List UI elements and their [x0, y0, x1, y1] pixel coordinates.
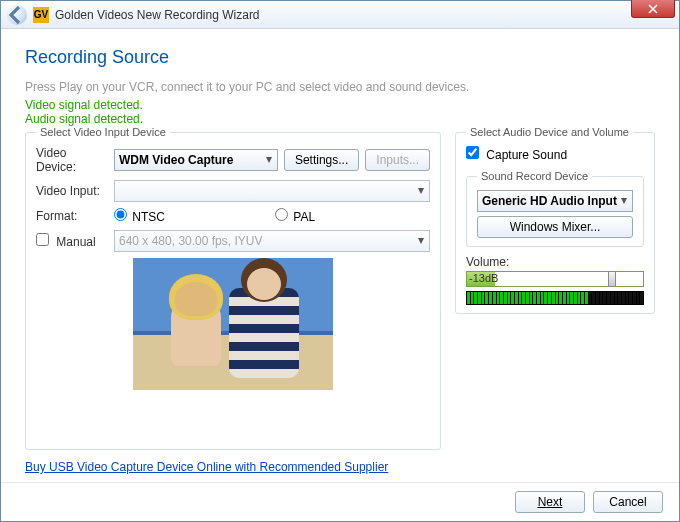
instruction-text: Press Play on your VCR, connect it to yo…: [25, 80, 655, 94]
footer: Next Cancel: [1, 482, 679, 521]
close-button[interactable]: [631, 0, 675, 18]
windows-mixer-button[interactable]: Windows Mixer...: [477, 216, 633, 238]
sound-record-select[interactable]: Generic HD Audio Input: [477, 190, 633, 212]
buy-device-link[interactable]: Buy USB Video Capture Device Online with…: [25, 460, 655, 474]
panels: Select Video Input Device Video Device: …: [25, 126, 655, 450]
ntsc-radio-label[interactable]: NTSC: [114, 208, 269, 224]
capture-sound-label[interactable]: Capture Sound: [466, 148, 567, 162]
volume-db-text: -13dB: [469, 272, 498, 284]
close-icon: [648, 4, 658, 14]
audio-device-group: Select Audio Device and Volume Capture S…: [455, 126, 655, 314]
back-icon[interactable]: [7, 5, 27, 25]
wizard-window: GV Golden Videos New Recording Wizard Re…: [0, 0, 680, 522]
video-input-select[interactable]: [114, 180, 430, 202]
audio-group-legend: Select Audio Device and Volume: [466, 126, 633, 138]
video-input-label: Video Input:: [36, 184, 108, 198]
settings-button[interactable]: Settings...: [284, 149, 359, 171]
format-label: Format:: [36, 209, 108, 223]
volume-meter: [466, 291, 644, 305]
video-preview: [133, 258, 333, 390]
pal-radio[interactable]: [275, 208, 288, 221]
volume-label: Volume:: [466, 255, 509, 269]
audio-signal-status: Audio signal detected.: [25, 112, 655, 126]
next-button[interactable]: Next: [515, 491, 585, 513]
manual-checkbox-label[interactable]: Manual: [36, 233, 108, 249]
capture-sound-checkbox[interactable]: [466, 146, 479, 159]
volume-handle[interactable]: [608, 271, 616, 287]
sound-record-group: Sound Record Device Generic HD Audio Inp…: [466, 170, 644, 247]
sound-record-legend: Sound Record Device: [477, 170, 592, 182]
app-icon: GV: [33, 7, 49, 23]
video-device-label: Video Device:: [36, 146, 108, 174]
content-area: Recording Source Press Play on your VCR,…: [1, 29, 679, 482]
inputs-button[interactable]: Inputs...: [365, 149, 430, 171]
manual-format-select[interactable]: 640 x 480, 30.00 fps, IYUV: [114, 230, 430, 252]
page-heading: Recording Source: [25, 47, 655, 68]
ntsc-radio[interactable]: [114, 208, 127, 221]
video-device-select[interactable]: WDM Video Capture: [114, 149, 278, 171]
volume-slider[interactable]: -13dB: [466, 271, 644, 287]
video-group-legend: Select Video Input Device: [36, 126, 170, 138]
titlebar: GV Golden Videos New Recording Wizard: [1, 1, 679, 29]
video-input-group: Select Video Input Device Video Device: …: [25, 126, 441, 450]
manual-checkbox[interactable]: [36, 233, 49, 246]
pal-radio-label[interactable]: PAL: [275, 208, 430, 224]
cancel-button[interactable]: Cancel: [593, 491, 663, 513]
video-signal-status: Video signal detected.: [25, 98, 655, 112]
window-title: Golden Videos New Recording Wizard: [55, 8, 260, 22]
